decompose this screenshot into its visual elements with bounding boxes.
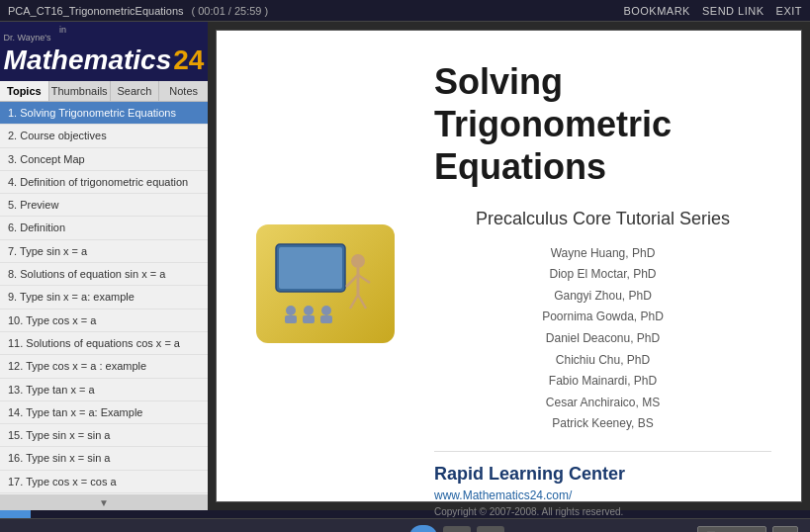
topic-item-9[interactable]: 9. Type sin x = a: example: [0, 286, 208, 309]
content-area: Solving Trigonometric Equations Precalcu…: [208, 22, 810, 510]
svg-rect-11: [285, 315, 297, 323]
svg-point-2: [351, 254, 365, 268]
slide-authors: Wayne Huang, PhDDiop El Moctar, PhDGangy…: [434, 243, 771, 435]
topic-item-14[interactable]: 14. Type tan x = a: Example: [0, 401, 208, 424]
slide-icon-area: [236, 50, 414, 517]
exit-button[interactable]: EXIT: [776, 5, 802, 17]
topic-item-11[interactable]: 11. Solutions of equations cos x = a: [0, 332, 208, 355]
tab-notes[interactable]: Notes: [159, 81, 208, 101]
topic-item-2[interactable]: 2. Course objectives: [0, 125, 208, 147]
topic-item-10[interactable]: 10. Type cos x = a: [0, 310, 208, 332]
main-layout: Dr. Wayne's in Mathematics 24 Topics Thu…: [0, 22, 810, 510]
top-bar: PCA_CT16_TrigonometricEquations ( 00:01 …: [0, 0, 810, 22]
topic-item-7[interactable]: 7. Type sin x = a: [0, 240, 208, 263]
svg-line-4: [346, 275, 358, 287]
topic-item-6[interactable]: 6. Definition: [0, 217, 208, 239]
svg-line-5: [358, 275, 370, 283]
tab-topics[interactable]: Topics: [0, 81, 49, 101]
topic-item-13[interactable]: 13. Type tan x = a: [0, 379, 208, 401]
bookmark-button[interactable]: BOOKMARK: [623, 5, 690, 17]
svg-line-6: [350, 295, 358, 309]
window-time: ( 00:01 / 25:59 ): [192, 5, 269, 17]
forward-button[interactable]: ⏭: [477, 526, 504, 533]
topic-item-16[interactable]: 16. Type sin x = sin a: [0, 447, 208, 470]
topic-item-15[interactable]: 15. Type sin x = sin a: [0, 424, 208, 447]
slide-frame: Solving Trigonometric Equations Precalcu…: [216, 30, 802, 502]
fullscreen-button[interactable]: ⤢: [772, 526, 798, 533]
scroll-down-icon: ▼: [99, 497, 109, 508]
scroll-indicator: ▼: [0, 494, 208, 510]
nav-tabs: Topics Thumbnails Search Notes: [0, 81, 208, 102]
tab-thumbnails[interactable]: Thumbnails: [49, 81, 111, 101]
svg-line-7: [358, 295, 366, 309]
svg-rect-1: [279, 247, 342, 289]
slide-text-area: Solving Trigonometric Equations Precalcu…: [434, 50, 771, 517]
topic-item-17[interactable]: 17. Type cos x = cos a: [0, 471, 208, 493]
notes-button[interactable]: ☰ NOTES: [697, 526, 766, 532]
progress-bar: [0, 510, 31, 518]
brand-title: Rapid Learning Center: [434, 464, 771, 485]
brand-url[interactable]: www.Mathematics24.com/: [434, 488, 771, 502]
slide-content: Solving Trigonometric Equations Precalcu…: [217, 31, 801, 532]
pause-button[interactable]: ⏸: [409, 525, 437, 533]
topic-item-8[interactable]: 8. Solutions of equation sin x = a: [0, 263, 208, 286]
rewind-button[interactable]: ⏮: [443, 526, 471, 533]
bottom-right: ☰ NOTES ⤢: [697, 526, 798, 533]
topic-item-12[interactable]: 12. Type cos x = a : example: [0, 355, 208, 378]
topic-item-4[interactable]: 4. Definition of trigonometric equation: [0, 171, 208, 194]
playback-controls: ⏸ ⏮ ⏭: [409, 525, 504, 533]
svg-point-8: [286, 306, 296, 315]
top-bar-actions: BOOKMARK SEND LINK EXIT: [623, 5, 802, 17]
slide-title: Solving Trigonometric Equations: [434, 60, 771, 189]
slide-series: Precalculus Core Tutorial Series: [434, 209, 771, 229]
send-link-button[interactable]: SEND LINK: [702, 5, 765, 17]
logo-area: Dr. Wayne's in Mathematics 24: [0, 22, 208, 81]
logo: Dr. Wayne's in Mathematics 24: [4, 27, 205, 76]
logo-dr-text: Dr. Wayne's in: [4, 27, 205, 44]
svg-rect-13: [320, 315, 332, 323]
tab-search[interactable]: Search: [111, 81, 160, 101]
logo-bottom: Mathematics 24: [4, 44, 205, 76]
topic-list[interactable]: 1. Solving Trigonometric Equations2. Cou…: [0, 102, 208, 494]
slide-subtitle-area: Precalculus Core Tutorial Series Wayne H…: [434, 209, 771, 435]
svg-point-10: [321, 306, 331, 315]
window-title: PCA_CT16_TrigonometricEquations: [8, 5, 184, 17]
slide-branding: Rapid Learning Center www.Mathematics24.…: [434, 451, 771, 517]
brand-copy: Copyright © 2007-2008. All rights reserv…: [434, 506, 771, 517]
slide-icon-box: [256, 224, 395, 343]
top-bar-left: PCA_CT16_TrigonometricEquations ( 00:01 …: [8, 5, 268, 17]
topic-item-3[interactable]: 3. Concept Map: [0, 148, 208, 171]
svg-rect-12: [303, 315, 315, 323]
svg-point-9: [304, 306, 314, 315]
left-panel: Dr. Wayne's in Mathematics 24 Topics Thu…: [0, 22, 208, 510]
topic-item-5[interactable]: 5. Preview: [0, 194, 208, 217]
topic-item-1[interactable]: 1. Solving Trigonometric Equations: [0, 102, 208, 125]
